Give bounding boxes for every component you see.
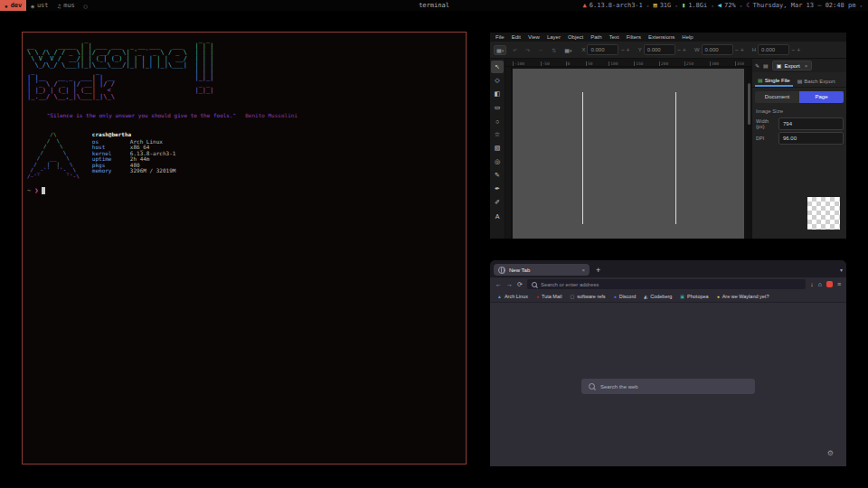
width-value-field[interactable]: 0.000 — [702, 44, 733, 55]
h-spinbox: H 0.000 −+ — [752, 44, 801, 55]
increment-button[interactable]: + — [797, 47, 800, 53]
pen-tool[interactable]: ✐ — [491, 196, 504, 209]
shell-prompt[interactable]: ~❯ — [27, 187, 466, 194]
url-bar[interactable]: Search or enter address — [527, 279, 806, 289]
search-placeholder: Search the web — [600, 384, 638, 389]
workspace-tags: ▪dev ◉ust ♫mus ▢ — [0, 0, 91, 11]
close-tab-icon[interactable]: × — [581, 267, 585, 273]
welcome-ascii-art: _ _ _ __ _____ | | ___ ___ _ __ ___ ___ … — [27, 37, 466, 100]
decrement-button[interactable]: − — [735, 47, 739, 53]
menu-file[interactable]: File — [495, 34, 505, 40]
menu-filters[interactable]: Filters — [627, 34, 641, 40]
adblock-shield-icon[interactable] — [826, 281, 833, 287]
y-value-field[interactable]: 0.000 — [644, 44, 675, 55]
web-search-input[interactable]: Search the web — [581, 379, 755, 394]
edit-icon[interactable]: ✎ — [755, 62, 760, 69]
document-button[interactable]: Document — [755, 91, 799, 103]
height-value-field[interactable]: 0.000 — [758, 44, 789, 55]
document-page[interactable] — [513, 69, 744, 239]
guide-line[interactable] — [675, 92, 676, 224]
bookmark-photopea[interactable]: ▣Photopea — [680, 294, 708, 299]
bookmark-codeberg[interactable]: ◭Codeberg — [644, 294, 672, 299]
bookmark-discord[interactable]: ●Discord — [614, 294, 637, 299]
logo-line: /-'' ''-\ — [27, 174, 80, 180]
menu-text[interactable]: Text — [609, 34, 619, 40]
workspace-tag-ust[interactable]: ◉ust — [26, 0, 52, 11]
box-3d-tool[interactable]: ▧ — [491, 142, 504, 155]
fetch-row: memory3296M / 32019M — [92, 168, 176, 174]
disk-icon: ▤ — [653, 2, 656, 9]
menu-object[interactable]: Object — [568, 34, 583, 40]
inkscape-canvas[interactable] — [512, 67, 747, 239]
export-width-field[interactable]: 794 — [778, 117, 844, 130]
tab-new-tab[interactable]: New Tab × — [494, 264, 590, 276]
bookmark-tuta-mail[interactable]: ●Tuta Mail — [536, 294, 561, 299]
guide-line[interactable] — [582, 92, 583, 224]
bookmark-are-we-wayland-yet[interactable]: ●Are we Wayland yet? — [717, 294, 769, 299]
new-tab-button[interactable]: + — [596, 266, 600, 275]
menu-extensions[interactable]: Extensions — [648, 34, 675, 40]
star-tool[interactable]: ☆ — [491, 128, 504, 141]
bookmark-folder-software-refs[interactable]: ▢software refs — [570, 294, 605, 299]
pencil-tool[interactable]: ✎ — [491, 169, 504, 182]
increment-button[interactable]: + — [683, 47, 686, 53]
workspace-tag-mus[interactable]: ♫mus — [53, 0, 80, 11]
export-dialog-tab[interactable]: ▣ Export × — [772, 61, 813, 70]
export-panel-header: ✎ ▤ ▣ Export × — [752, 59, 846, 72]
decrement-button[interactable]: − — [620, 47, 624, 53]
rotate-cw-icon[interactable]: ↷ — [524, 46, 532, 54]
menu-view[interactable]: View — [528, 34, 540, 40]
shape-builder-tool[interactable]: ◧ — [491, 88, 504, 100]
menu-path[interactable]: Path — [590, 34, 601, 40]
decrement-button[interactable]: − — [677, 47, 681, 53]
menu-help[interactable]: Help — [682, 34, 693, 40]
spiral-tool[interactable]: ◎ — [491, 155, 504, 168]
home-button[interactable]: ⌂ — [818, 281, 822, 287]
page-button[interactable]: Page — [799, 91, 844, 103]
objects-icon[interactable]: ▤ — [763, 62, 769, 69]
tab-batch-export[interactable]: ▤ Batch Export — [795, 75, 838, 87]
tag-mus-label: mus — [63, 2, 75, 9]
x-spinbox: X 0.000 −+ — [581, 44, 629, 55]
menu-edit[interactable]: Edit — [512, 34, 521, 40]
reload-button[interactable]: ⟳ — [517, 281, 523, 288]
increment-button[interactable]: + — [741, 47, 744, 53]
menu-layer[interactable]: Layer — [547, 34, 561, 40]
vertical-ruler — [505, 67, 512, 239]
decrement-button[interactable]: − — [791, 47, 795, 53]
separator: • — [675, 3, 678, 9]
node-editor-tool[interactable]: ◇ — [491, 74, 504, 87]
calligraphy-tool[interactable]: ✒ — [491, 183, 504, 195]
increment-button[interactable]: + — [627, 47, 630, 53]
ellipse-tool[interactable]: ○ — [491, 115, 504, 127]
workspace-tag-dev[interactable]: ▪dev — [0, 0, 26, 11]
x-value-field[interactable]: 0.000 — [587, 44, 618, 55]
tab-list-chevron-icon[interactable]: ▾ — [840, 267, 843, 273]
flip-horizontal-icon[interactable]: ↔ — [536, 46, 545, 53]
bookmark-arch-linux[interactable]: ▲Arch Linux — [497, 294, 528, 299]
terminal-window[interactable]: _ _ _ __ _____ | | ___ ___ _ __ ___ ___ … — [22, 32, 467, 465]
transform-mode-dropdown[interactable]: ▦▾ — [562, 46, 573, 54]
forward-button[interactable]: → — [506, 281, 513, 287]
export-dpi-field[interactable]: 96.00 — [778, 132, 844, 145]
rectangle-tool[interactable]: ▭ — [491, 101, 504, 114]
back-button[interactable]: ← — [495, 281, 502, 287]
scrollbar-thumb[interactable] — [748, 83, 750, 125]
select-mode-dropdown[interactable]: ▦▾ — [494, 45, 506, 55]
workspace-tag-4[interactable]: ▢ — [80, 0, 92, 11]
flip-vertical-icon[interactable]: ⇅ — [550, 46, 558, 54]
browser-window[interactable]: New Tab × + ▾ ← → ⟳ Search or enter addr… — [490, 260, 846, 466]
tab-single-file[interactable]: ▤ Single File — [755, 75, 793, 87]
separator: • — [859, 3, 863, 9]
y-spinbox: Y 0.000 −+ — [638, 44, 686, 55]
text-tool[interactable]: A — [491, 210, 504, 222]
inkscape-window[interactable]: File Edit View Layer Object Path Text Fi… — [490, 33, 846, 239]
menu-button[interactable]: ≡ — [837, 281, 841, 287]
close-icon[interactable]: × — [805, 63, 808, 69]
arch-favicon: ▲ — [497, 294, 502, 299]
image-size-label: Image Size — [756, 108, 846, 114]
selector-tool[interactable]: ↖ — [491, 61, 504, 73]
personalize-gear-icon[interactable]: ⚙ — [827, 449, 834, 457]
rotate-ccw-icon[interactable]: ↶ — [511, 46, 519, 54]
downloads-button[interactable]: ↓ — [810, 281, 814, 287]
